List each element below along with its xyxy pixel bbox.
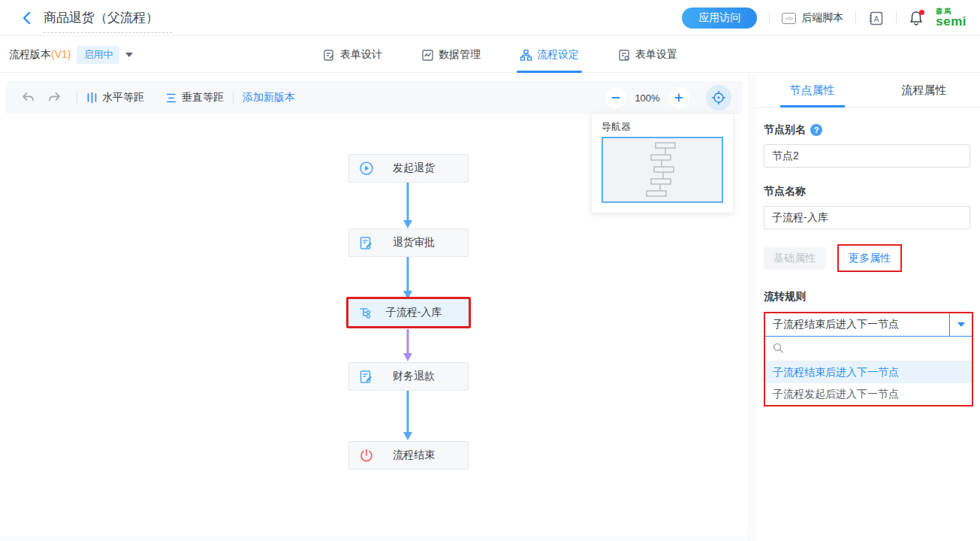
doc-edit-icon [359, 370, 373, 384]
navigator-minimap [603, 138, 722, 201]
divider [769, 12, 770, 24]
connector-arrow [403, 183, 413, 229]
tab-data-management[interactable]: 数据管理 [421, 37, 481, 73]
code-icon: </> [782, 13, 796, 24]
dropdown-option-start-then-next[interactable]: 子流程发起后进入下一节点 [765, 383, 972, 405]
flow-node-process-end[interactable]: 流程结束 [348, 441, 469, 470]
notification-bell-icon[interactable] [909, 10, 924, 26]
brand-logo[interactable]: 森馬 semi [936, 8, 966, 28]
back-icon[interactable] [20, 11, 35, 26]
svg-text:A: A [874, 14, 879, 23]
tab-form-design[interactable]: 表单设计 [323, 37, 382, 73]
redo-icon[interactable] [41, 92, 68, 104]
dropdown-caret-cell[interactable] [949, 313, 972, 336]
zoom-out-button[interactable] [605, 87, 626, 108]
navigator-viewport[interactable] [602, 137, 723, 203]
tab-flow-properties[interactable]: 流程属性 [868, 74, 980, 107]
flow-rule-selected-value: 子流程结束后进入下一节点 [765, 313, 949, 336]
divider [855, 12, 856, 24]
translate-icon[interactable]: A [868, 11, 884, 26]
version-dropdown-caret-icon[interactable] [125, 53, 133, 57]
flow-rule-dropdown-annotation: 子流程结束后进入下一节点 子流程结束后进入下一节点 子流程发起后进入下一节点 [764, 312, 973, 407]
flow-node-finance-refund[interactable]: 财务退款 [348, 362, 469, 391]
vertical-equal-icon [165, 92, 177, 104]
form-setup-icon [618, 49, 631, 62]
tab-node-properties[interactable]: 节点属性 [756, 74, 868, 107]
node-alias-input[interactable] [764, 144, 970, 168]
data-management-icon [421, 49, 434, 62]
divider [77, 91, 77, 104]
basic-properties-button[interactable]: 基础属性 [764, 247, 825, 270]
node-name-input[interactable] [764, 206, 970, 229]
dropdown-search[interactable] [765, 337, 972, 361]
tab-label: 流程设定 [537, 48, 579, 62]
app-access-button[interactable]: 应用访问 [682, 8, 757, 29]
more-properties-annotation: 更多属性 [837, 244, 902, 272]
version-label: 流程版本(V1) [9, 48, 71, 62]
more-properties-button[interactable]: 更多属性 [840, 247, 899, 269]
power-icon [359, 448, 374, 463]
flow-canvas[interactable]: 水平等距 垂直等距 添加新版本 100% 导航器 [0, 74, 749, 541]
horizontal-equal-icon [86, 92, 98, 104]
play-circle-icon [359, 161, 374, 176]
locate-center-icon[interactable] [706, 85, 731, 110]
connector-arrow [403, 391, 413, 441]
divider [233, 91, 234, 104]
navigator-panel: 导航器 [591, 113, 734, 213]
vertical-scrollbar[interactable] [749, 74, 756, 541]
version-number: (V1) [51, 48, 71, 60]
page-title[interactable]: 商品退货（父流程） [44, 9, 172, 33]
brand-logo-bottom: semi [936, 15, 966, 28]
connector-arrow [403, 329, 413, 362]
chevron-down-icon [957, 322, 965, 327]
flow-rule-label: 流转规则 [764, 290, 970, 304]
flow-rule-select[interactable]: 子流程结束后进入下一节点 [765, 313, 972, 337]
flow-settings-icon [520, 49, 532, 62]
tab-flow-settings[interactable]: 流程设定 [520, 37, 579, 73]
dropdown-option-end-then-next[interactable]: 子流程结束后进入下一节点 [765, 361, 972, 383]
flow-node-return-approval[interactable]: 退货审批 [348, 228, 469, 257]
add-new-version-link[interactable]: 添加新版本 [243, 91, 295, 104]
navigator-title: 导航器 [602, 120, 631, 134]
backend-script-label: 后端脚本 [801, 11, 843, 25]
undo-icon[interactable] [15, 92, 41, 104]
doc-edit-icon [359, 236, 373, 250]
version-bar: 流程版本(V1) 启用中 表单设计 数据管理 流程设定 表单设置 保存 [0, 37, 980, 73]
vertical-equal-button[interactable]: 垂直等距 [165, 91, 224, 104]
horizontal-equal-label: 水平等距 [102, 91, 144, 104]
properties-panel: 节点属性 流程属性 节点别名 ? 节点名称 基础属性 更多属性 流转规则 子流程… [756, 74, 980, 541]
status-badge: 启用中 [77, 46, 119, 64]
zoom-in-button[interactable] [668, 87, 689, 108]
node-alias-label: 节点别名 ? [764, 123, 970, 137]
help-icon[interactable]: ? [810, 124, 822, 136]
backend-script-button[interactable]: </> 后端脚本 [782, 11, 843, 25]
form-design-icon [323, 49, 336, 62]
flow-node-start-return[interactable]: 发起退货 [348, 154, 469, 183]
node-name-label: 节点名称 [764, 185, 970, 198]
canvas-toolbar: 水平等距 垂直等距 添加新版本 100% [6, 81, 742, 114]
app-header: 商品退货（父流程） 应用访问 </> 后端脚本 A 森馬 semi [0, 0, 980, 36]
tab-label: 数据管理 [439, 48, 481, 62]
subflow-icon [358, 306, 372, 320]
flow-node-subflow-warehouse[interactable]: 子流程-入库 [346, 297, 471, 328]
search-icon [772, 342, 784, 356]
vertical-equal-label: 垂直等距 [182, 91, 224, 104]
connector-arrow [403, 257, 413, 300]
tab-form-setup[interactable]: 表单设置 [618, 37, 677, 73]
main-tabs: 表单设计 数据管理 流程设定 表单设置 [323, 37, 677, 73]
horizontal-scrollbar[interactable] [0, 536, 749, 541]
horizontal-equal-button[interactable]: 水平等距 [86, 91, 144, 104]
tab-label: 表单设置 [635, 48, 677, 62]
tab-label: 表单设计 [340, 48, 382, 62]
zoom-level: 100% [632, 92, 662, 104]
divider [896, 12, 897, 24]
